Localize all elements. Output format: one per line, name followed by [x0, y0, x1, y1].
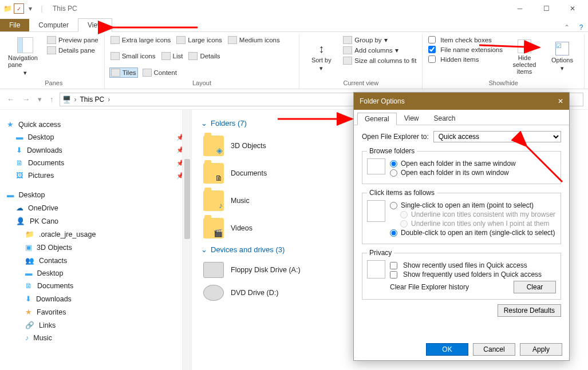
extra-large-icons[interactable]: Extra large icons: [109, 35, 172, 45]
annotation-arrow: [109, 23, 200, 34]
preview-pane-button[interactable]: Preview pane: [46, 35, 100, 45]
layout-label: Layout: [109, 78, 295, 87]
navigation-pane-button[interactable]: Navigation pane ▾: [8, 35, 42, 78]
breadcrumb-item[interactable]: This PC: [80, 96, 105, 104]
ok-button[interactable]: OK: [426, 343, 468, 356]
help-icon[interactable]: ?: [574, 23, 588, 31]
list-view[interactable]: List: [160, 51, 184, 61]
options-button[interactable]: ☑ Options ▾: [545, 35, 579, 78]
forward-button[interactable]: →: [20, 95, 32, 104]
cancel-button[interactable]: Cancel: [473, 343, 515, 356]
radio-single-click[interactable]: Single-click to open an item (point to s…: [390, 201, 555, 209]
sidebar-item[interactable]: ▣3D Objects: [6, 241, 186, 254]
sort-by-button[interactable]: ↕ Sort by ▾: [304, 35, 338, 78]
dialog-tabs: General View Search: [354, 110, 569, 125]
panes-group: Navigation pane ▾ Preview pane Details p…: [3, 34, 105, 89]
large-icons[interactable]: Large icons: [175, 35, 223, 45]
open-explorer-select[interactable]: Quick access: [433, 131, 561, 142]
sidebar-desktop[interactable]: ▬Desktop📌: [6, 131, 186, 144]
document-icon: 🗎: [16, 159, 23, 167]
maximize-button[interactable]: ☐: [533, 2, 559, 15]
sidebar-user[interactable]: 👤PK Cano: [6, 214, 186, 228]
folder-icon: ▬: [16, 133, 23, 141]
radio-underline-browser: Underline icon titles consistent with my…: [390, 210, 555, 218]
scrollbar[interactable]: [182, 110, 191, 370]
dropdown-icon: ▾: [23, 69, 27, 77]
dialog-title: Folder Options: [360, 97, 405, 105]
chevron-down-icon: ⌄: [201, 119, 207, 128]
sidebar-item[interactable]: 🗎Documents: [6, 280, 186, 292]
window-title: This PC: [53, 5, 77, 13]
title-bar: 📁 ✓ ▾ | This PC ─ ☐ ✕: [0, 0, 588, 17]
sidebar-pictures[interactable]: 🖼Pictures📌: [6, 169, 186, 182]
floppy-icon: [203, 262, 224, 278]
sidebar-item[interactable]: ★Favorites: [6, 305, 186, 319]
annotation-arrow: [476, 39, 545, 53]
radio-own-window[interactable]: Open each folder in its own window: [390, 169, 516, 177]
restore-defaults-button[interactable]: Restore Defaults: [498, 304, 561, 317]
sidebar-item[interactable]: 🔗Links: [6, 319, 186, 332]
svg-line-7: [527, 146, 562, 182]
up-button[interactable]: ↑: [48, 95, 56, 104]
dialog-close-icon[interactable]: ✕: [558, 97, 563, 105]
radio-same-window[interactable]: Open each folder in the same window: [390, 160, 516, 168]
check-recent-files[interactable]: Show recently used files in Quick access: [390, 261, 556, 269]
click-items-group: Click items as follows Single-click to o…: [362, 189, 561, 244]
tiles-view[interactable]: Tiles: [109, 67, 138, 78]
dropdown-icon: ▾: [561, 65, 564, 72]
size-columns-button[interactable]: Size all columns to fit: [342, 56, 417, 65]
panes-label: Panes: [8, 78, 100, 87]
tab-search[interactable]: Search: [427, 112, 463, 125]
cloud-icon: ☁: [16, 204, 23, 212]
user-icon: 👤: [16, 217, 25, 225]
radio-underline-point: Underline icon titles only when I point …: [390, 220, 555, 228]
sidebar-item[interactable]: 👥Contacts: [6, 254, 186, 267]
chevron-down-icon: ⌄: [201, 245, 207, 254]
layout-group: Extra large icons Large icons Medium ico…: [105, 34, 300, 89]
file-tab[interactable]: File: [0, 19, 29, 31]
sidebar-item[interactable]: ▬Desktop: [6, 267, 186, 280]
hidden-items[interactable]: Hidden items: [427, 55, 504, 63]
dvd-icon: [203, 285, 224, 301]
view-tab[interactable]: View: [78, 18, 112, 32]
recent-button[interactable]: ▾: [35, 95, 44, 104]
svg-line-3: [479, 45, 539, 47]
small-icons[interactable]: Small icons: [109, 51, 157, 61]
sidebar-item[interactable]: ⬇Downloads: [6, 292, 186, 305]
apply-button[interactable]: Apply: [520, 343, 562, 356]
sidebar-onedrive[interactable]: ☁OneDrive: [6, 201, 186, 214]
sidebar-desktop-root[interactable]: ▬Desktop: [6, 189, 186, 201]
picture-icon: 🖼: [16, 172, 23, 180]
privacy-group: Privacy Show recently used files in Quic…: [362, 249, 561, 300]
browse-icon: [367, 158, 385, 174]
add-columns-button[interactable]: Add columns ▾: [342, 46, 417, 55]
radio-double-click[interactable]: Double-click to open an item (single-cli…: [390, 229, 555, 237]
qat-dropdown-icon[interactable]: ▾: [25, 3, 35, 14]
tab-view[interactable]: View: [397, 112, 427, 125]
star-icon: ★: [7, 120, 14, 129]
computer-icon: 🖥️: [62, 96, 71, 104]
back-button[interactable]: ←: [5, 95, 17, 104]
medium-icons[interactable]: Medium icons: [227, 35, 281, 45]
group-by-button[interactable]: Group by ▾: [342, 35, 417, 45]
download-icon: ⬇: [16, 146, 22, 154]
minimize-button[interactable]: ─: [507, 2, 533, 15]
currentview-label: Current view: [304, 78, 417, 87]
current-view-group: ↕ Sort by ▾ Group by ▾ Add columns ▾ Siz…: [299, 34, 423, 89]
qat-properties-icon[interactable]: ✓: [14, 3, 24, 14]
sidebar-downloads[interactable]: ⬇Downloads📌: [6, 144, 186, 157]
close-button[interactable]: ✕: [559, 2, 586, 15]
check-frequent-folders[interactable]: Show frequently used folders in Quick ac…: [390, 270, 556, 279]
computer-tab[interactable]: Computer: [29, 19, 78, 31]
navigation-pane-label: Navigation pane: [8, 54, 42, 68]
collapse-ribbon-icon[interactable]: ⌃: [559, 23, 574, 31]
tab-general[interactable]: General: [357, 113, 397, 125]
sidebar-item[interactable]: 📁.oracle_jre_usage: [6, 228, 186, 241]
details-pane-button[interactable]: Details pane: [46, 46, 100, 55]
content-view[interactable]: Content: [141, 67, 178, 78]
sidebar-item[interactable]: ♪Music: [6, 332, 186, 344]
quick-access[interactable]: ★Quick access: [6, 118, 186, 131]
details-view[interactable]: Details: [187, 51, 221, 61]
clear-button[interactable]: Clear: [514, 281, 556, 293]
sidebar-documents[interactable]: 🗎Documents📌: [6, 157, 186, 169]
